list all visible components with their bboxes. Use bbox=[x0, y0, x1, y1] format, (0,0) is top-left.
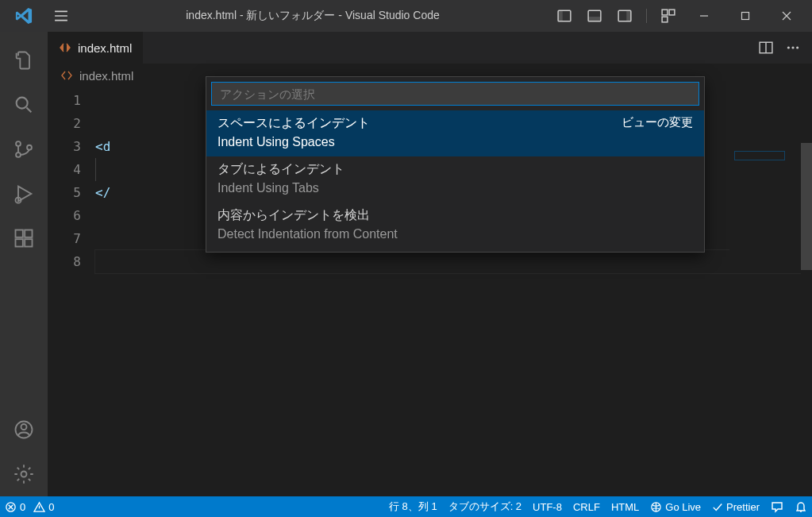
svg-rect-9 bbox=[742, 13, 749, 20]
quick-input-item-label: 内容からインデントを検出 bbox=[217, 206, 693, 225]
explorer-icon[interactable] bbox=[0, 38, 48, 83]
source-control-icon[interactable] bbox=[0, 127, 48, 172]
line-number: 7 bbox=[48, 227, 81, 250]
status-go-live[interactable]: Go Live bbox=[650, 501, 701, 513]
action-search-input[interactable] bbox=[220, 87, 691, 101]
title-bar: index.html - 新しいフォルダー - Visual Studio Co… bbox=[0, 0, 812, 32]
window-maximize-button[interactable] bbox=[726, 0, 764, 32]
separator bbox=[646, 9, 647, 23]
accounts-icon[interactable] bbox=[0, 407, 48, 452]
status-encoding[interactable]: UTF-8 bbox=[533, 501, 562, 513]
svg-point-21 bbox=[21, 472, 27, 477]
layout-panel-bottom-icon[interactable] bbox=[581, 0, 608, 32]
svg-rect-5 bbox=[626, 10, 631, 21]
svg-point-13 bbox=[27, 145, 32, 150]
svg-rect-6 bbox=[662, 10, 668, 15]
svg-rect-16 bbox=[16, 239, 23, 246]
quick-input-item-description: Indent Using Spaces bbox=[217, 133, 693, 152]
split-editor-icon[interactable] bbox=[755, 32, 777, 64]
quick-input-item-label: タブによるインデント bbox=[217, 160, 693, 179]
status-bell-icon[interactable] bbox=[795, 500, 807, 513]
activity-bar bbox=[0, 32, 48, 496]
run-debug-icon[interactable] bbox=[0, 172, 48, 216]
svg-point-11 bbox=[16, 141, 21, 146]
svg-point-12 bbox=[16, 152, 21, 157]
svg-rect-8 bbox=[662, 17, 668, 22]
window-minimize-button[interactable] bbox=[685, 0, 723, 32]
svg-rect-15 bbox=[16, 230, 23, 237]
status-bar: 0 0 行 8、列 1 タブのサイズ: 2 UTF-8 CRLF HTML Go… bbox=[0, 496, 812, 517]
quick-input-item-description: Indent Using Tabs bbox=[217, 179, 693, 198]
minimap[interactable] bbox=[729, 145, 801, 256]
code-line[interactable] bbox=[95, 250, 812, 273]
file-html-icon bbox=[59, 41, 71, 54]
customize-layout-icon[interactable] bbox=[655, 0, 682, 32]
more-actions-icon[interactable] bbox=[782, 32, 804, 64]
tab-label: index.html bbox=[78, 41, 132, 55]
svg-point-20 bbox=[21, 424, 27, 430]
layout-panel-right-icon[interactable] bbox=[611, 0, 638, 32]
extensions-icon[interactable] bbox=[0, 216, 48, 260]
menu-hamburger-icon[interactable] bbox=[48, 0, 75, 32]
svg-rect-17 bbox=[25, 239, 32, 246]
status-eol[interactable]: CRLF bbox=[573, 501, 600, 513]
svg-rect-18 bbox=[25, 230, 32, 237]
quick-input-list: スペースによるインデントIndent Using Spacesビューの変更タブに… bbox=[206, 110, 704, 252]
status-prettier[interactable]: Prettier bbox=[712, 501, 760, 513]
layout-panel-left-icon[interactable] bbox=[551, 0, 578, 32]
window-title: index.html - 新しいフォルダー - Visual Studio Co… bbox=[75, 9, 551, 23]
svg-rect-1 bbox=[558, 10, 563, 21]
line-number: 3 bbox=[48, 135, 81, 158]
editor-tabs: index.html bbox=[48, 32, 812, 64]
svg-rect-7 bbox=[669, 10, 675, 15]
line-number: 4 bbox=[48, 158, 81, 181]
vertical-scrollbar[interactable] bbox=[801, 143, 812, 429]
window-close-button[interactable] bbox=[768, 0, 806, 32]
svg-point-25 bbox=[796, 46, 799, 48]
quick-input-item[interactable]: 内容からインデントを検出Detect Indentation from Cont… bbox=[206, 203, 704, 249]
line-number: 1 bbox=[48, 89, 81, 112]
line-number: 2 bbox=[48, 112, 81, 135]
status-cursor-position[interactable]: 行 8、列 1 bbox=[389, 500, 437, 514]
search-icon[interactable] bbox=[0, 83, 48, 127]
line-number: 8 bbox=[48, 250, 81, 273]
quick-input-item[interactable]: タブによるインデントIndent Using Tabs bbox=[206, 156, 704, 203]
file-html-icon bbox=[60, 69, 73, 82]
status-feedback-icon[interactable] bbox=[771, 500, 783, 513]
vscode-logo-icon bbox=[0, 7, 48, 25]
status-problems[interactable]: 0 0 bbox=[5, 501, 54, 513]
svg-rect-3 bbox=[588, 17, 601, 21]
line-number: 5 bbox=[48, 181, 81, 204]
status-indentation[interactable]: タブのサイズ: 2 bbox=[448, 500, 521, 514]
quick-input-group-label: ビューの変更 bbox=[622, 115, 693, 130]
quick-input-item[interactable]: スペースによるインデントIndent Using Spacesビューの変更 bbox=[206, 110, 704, 156]
editor-area: index.html index.html 12345678 <d </ スペー… bbox=[48, 32, 812, 496]
quick-input-palette: スペースによるインデントIndent Using Spacesビューの変更タブに… bbox=[206, 76, 705, 253]
breadcrumb-label: index.html bbox=[79, 69, 133, 83]
svg-point-23 bbox=[787, 46, 790, 48]
line-number-gutter: 12345678 bbox=[48, 87, 95, 496]
settings-gear-icon[interactable] bbox=[0, 452, 48, 496]
svg-point-10 bbox=[17, 98, 28, 109]
tab-index-html[interactable]: index.html bbox=[48, 32, 144, 64]
svg-point-24 bbox=[791, 46, 794, 48]
line-number: 6 bbox=[48, 204, 81, 227]
status-language-mode[interactable]: HTML bbox=[611, 501, 639, 513]
quick-input-item-description: Detect Indentation from Content bbox=[217, 225, 693, 244]
quick-input-field[interactable] bbox=[211, 82, 699, 106]
